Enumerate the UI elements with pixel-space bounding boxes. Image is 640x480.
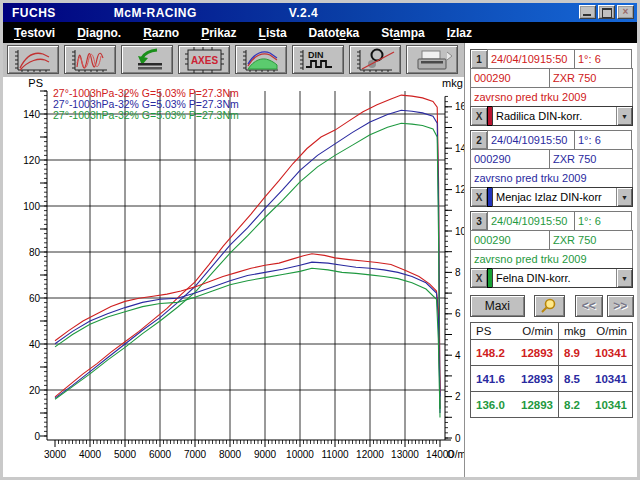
next-button[interactable]: >> [607,295,634,317]
maxi-button[interactable]: Maxi [470,295,525,317]
run-2-id: 000290 [470,149,550,169]
run-1-gear: 1°: 6 [574,49,632,69]
menu-item-datoteka[interactable]: Datoteka [298,26,371,40]
peaks-table: PSO/minmkgO/min148.2128938.910341141.612… [470,322,633,418]
svg-text:7000: 7000 [184,449,207,460]
run-3-channel-dropdown[interactable]: Felna DIN-korr.▼ [492,268,633,288]
peak-power-cell: 148.212893 [470,339,559,366]
channel-selected-value: Radilica DIN-korr. [493,110,616,122]
maximize-button[interactable] [598,5,615,19]
svg-text:80: 80 [29,247,41,258]
svg-text:11000: 11000 [321,449,349,460]
svg-text:4000: 4000 [79,449,102,460]
titlebar: FUCHS McM-RACING V.2.4 × [3,3,637,22]
header-mkg: mkgO/min [558,322,633,340]
load-run-icon [124,47,170,73]
svg-text:100: 100 [23,201,40,212]
prev-button[interactable]: << [575,295,602,317]
svg-text:3000: 3000 [44,449,67,460]
svg-text:60: 60 [29,293,41,304]
app-title: McM-RACING [114,6,197,20]
run-3-datetime: 24/04/10915:50 [487,211,575,231]
svg-text:40: 40 [29,339,41,350]
peaks-table-row-1: 148.2128938.910341 [470,339,633,366]
menu-item-testovi[interactable]: Testovi [3,26,66,40]
minimize-icon [583,14,591,16]
run-2-select-button[interactable]: 2 [470,130,488,150]
run-2-remove-button[interactable]: X [470,187,488,207]
chevron-down-icon[interactable]: ▼ [616,188,632,206]
menu-item-prikaz[interactable]: Prikaz [190,26,247,40]
probe-button[interactable] [349,45,401,74]
color-curves-button[interactable] [235,45,287,74]
minimize-button[interactable] [579,5,596,19]
run-1-select-button[interactable]: 1 [470,49,488,69]
run-block-2: 224/04/10915:501°: 6000290ZXR 750zavrsno… [470,130,633,207]
dyno-chart: 020406080100120140PS0246810121416mkg3000… [3,77,464,477]
peak-power-cell: 141.612893 [470,365,559,392]
multi-runs-curves-button[interactable] [64,45,116,74]
svg-text:10: 10 [455,226,464,237]
load-run-button[interactable] [121,45,173,74]
run-block-1: 124/04/10915:501°: 6000290ZXR 750zavrsno… [470,49,633,126]
chevron-down-icon[interactable]: ▼ [616,269,632,287]
runs-panel: 124/04/10915:501°: 6000290ZXR 750zavrsno… [464,43,637,477]
run-2-channel-dropdown[interactable]: Menjac Izlaz DIN-korr▼ [492,187,633,207]
run-3-remove-button[interactable]: X [470,268,488,288]
multi-runs-curves-icon [67,47,113,73]
peak-torque-cell: 8.510341 [558,365,633,392]
color-curves-icon [238,47,284,73]
run-1-remove-button[interactable]: X [470,106,488,126]
printer-button[interactable] [406,45,458,74]
menu-item-diagno[interactable]: Diagno. [66,26,132,40]
menu-item-razno[interactable]: Razno [132,26,190,40]
run-time: 15:50 [540,53,568,65]
svg-text:0: 0 [34,431,40,442]
svg-text:120: 120 [23,155,40,166]
menu-item-lista[interactable]: Lista [248,26,298,40]
svg-text:4: 4 [455,350,461,361]
menu-item-stampa[interactable]: Stampa [370,26,435,40]
run-1-datetime: 24/04/10915:50 [487,49,575,69]
svg-text:5000: 5000 [114,449,137,460]
close-button[interactable]: × [617,5,634,19]
svg-text:mkg: mkg [442,77,463,89]
run-2-model: ZXR 750 [549,149,633,169]
svg-text:O/min: O/min [447,449,464,460]
channel-selected-value: Felna DIN-korr. [493,272,616,284]
run-3-id: 000290 [470,230,550,250]
svg-text:10000: 10000 [286,449,314,460]
svg-text:AXES: AXES [191,55,219,66]
maximize-icon [602,8,612,18]
run-block-3: 324/04/10915:501°: 6000290ZXR 750zavrsno… [470,211,633,288]
run-3-select-button[interactable]: 3 [470,211,488,231]
zoom-button[interactable] [534,295,565,317]
window-controls: × [579,5,634,19]
run-3-note: zavrsno pred trku 2009 [470,249,633,269]
axes-button[interactable]: AXES [178,45,230,74]
run-1-channel-dropdown[interactable]: Radilica DIN-korr.▼ [492,106,633,126]
axes-icon: AXES [181,47,227,73]
power-run2-curve [55,110,440,413]
menu-item-izlaz[interactable]: Izlaz [436,26,483,40]
chevron-down-icon[interactable]: ▼ [616,107,632,125]
app-window: FUCHS McM-RACING V.2.4 × TestoviDiagno.R… [0,0,640,480]
header-ps: PSO/min [470,322,559,340]
svg-text:DIN: DIN [308,50,324,60]
run-time: 15:50 [540,134,568,146]
peak-torque-cell: 8.910341 [558,339,633,366]
din-correction-button[interactable]: DIN [292,45,344,74]
run-2-datetime: 24/04/10915:50 [487,130,575,150]
svg-text:12: 12 [455,184,464,195]
power-curve-button[interactable] [7,45,59,74]
torque-run3-curve [55,268,440,409]
run-1-model: ZXR 750 [549,68,633,88]
run-3-model: ZXR 750 [549,230,633,250]
svg-text:9000: 9000 [254,449,277,460]
menubar: TestoviDiagno.RaznoPrikazListaDatotekaSt… [3,22,637,43]
run-date: 24/04/109 [491,134,540,146]
close-icon: × [623,6,629,17]
run-2-note: zavrsno pred trku 2009 [470,168,633,188]
peak-torque-cell: 8.210341 [558,391,633,418]
svg-text:2: 2 [455,391,461,402]
